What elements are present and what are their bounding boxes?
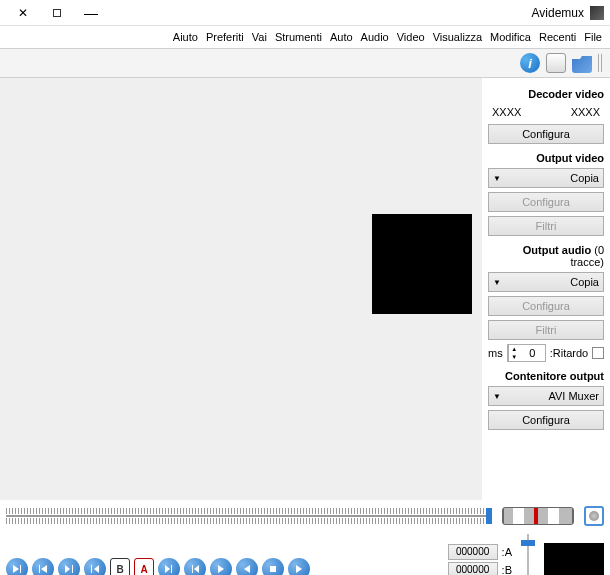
decoder-label: Decoder video bbox=[488, 88, 604, 100]
container-value: AVI Muxer bbox=[548, 390, 599, 402]
menu-recent[interactable]: Recenti bbox=[539, 31, 576, 43]
timeline[interactable] bbox=[6, 508, 492, 524]
title-bar: Avidemux — ✕ bbox=[0, 0, 610, 26]
minimize-button[interactable]: — bbox=[74, 2, 108, 24]
main-area: Decoder video XXXX XXXX Configura Output… bbox=[0, 78, 610, 500]
audio-filters-button[interactable]: Filtri bbox=[488, 320, 604, 340]
app-icon bbox=[590, 6, 604, 20]
menu-bar: File Recenti Modifica Visualizza Video A… bbox=[0, 26, 610, 48]
next-frame-button[interactable] bbox=[210, 558, 232, 575]
audio-delay-row: Ritardo: 0 ▲▼ ms bbox=[488, 344, 604, 362]
goto-marker-b-button[interactable] bbox=[58, 558, 80, 575]
goto-marker-a-button[interactable] bbox=[84, 558, 106, 575]
decoder-right: XXXX bbox=[492, 106, 521, 118]
chevron-down-icon: ▼ bbox=[493, 392, 501, 401]
container-combo[interactable]: AVI Muxer ▼ bbox=[488, 386, 604, 406]
audio-codec-combo[interactable]: Copia ▼ bbox=[488, 272, 604, 292]
delay-unit: ms bbox=[488, 347, 503, 359]
set-marker-a-button[interactable]: A bbox=[134, 558, 154, 575]
video-preview bbox=[372, 214, 472, 314]
video-codec-combo[interactable]: Copia ▼ bbox=[488, 168, 604, 188]
menu-audio[interactable]: Audio bbox=[361, 31, 389, 43]
menu-go[interactable]: Vai bbox=[252, 31, 267, 43]
spin-up-icon[interactable]: ▲ bbox=[508, 345, 520, 353]
toolbar: i bbox=[0, 48, 610, 78]
chevron-down-icon: ▼ bbox=[493, 174, 501, 183]
marker-group: A: 000000 B: 000000 Play filtered bbox=[439, 544, 512, 575]
controls-row: A: 000000 B: 000000 Play filtered A B bbox=[6, 534, 604, 575]
slider-handle[interactable] bbox=[521, 540, 535, 546]
jog-knob[interactable] bbox=[584, 506, 604, 526]
toolbar-grip bbox=[598, 54, 604, 72]
delay-value: 0 bbox=[520, 345, 545, 361]
menu-help[interactable]: Aiuto bbox=[173, 31, 198, 43]
video-codec-value: Copia bbox=[570, 172, 599, 184]
audio-configure-button[interactable]: Configura bbox=[488, 296, 604, 316]
delay-checkbox[interactable] bbox=[592, 347, 604, 359]
menu-favorites[interactable]: Preferiti bbox=[206, 31, 244, 43]
info-icon[interactable]: i bbox=[520, 53, 540, 73]
video-canvas bbox=[0, 78, 482, 500]
thumbnail-preview bbox=[544, 543, 604, 575]
knob-dot-icon bbox=[589, 511, 599, 521]
delay-label: Ritardo: bbox=[550, 347, 589, 359]
timeline-ticks bbox=[6, 518, 492, 524]
close-button[interactable]: ✕ bbox=[6, 2, 40, 24]
timeline-handle[interactable] bbox=[486, 508, 492, 524]
menu-auto[interactable]: Auto bbox=[330, 31, 353, 43]
prev-frame-button[interactable] bbox=[236, 558, 258, 575]
next-keyframe-button[interactable] bbox=[158, 558, 180, 575]
timeline-track bbox=[6, 515, 492, 517]
menu-file[interactable]: File bbox=[584, 31, 602, 43]
set-marker-b-button[interactable]: B bbox=[110, 558, 130, 575]
marker-a-value[interactable]: 000000 bbox=[448, 544, 498, 560]
bottom-panel: A: 000000 B: 000000 Play filtered A B bbox=[0, 500, 610, 575]
audio-codec-value: Copia bbox=[570, 276, 599, 288]
scrub-wheel[interactable] bbox=[502, 507, 574, 525]
svg-rect-0 bbox=[270, 566, 276, 572]
menu-edit[interactable]: Modifica bbox=[490, 31, 531, 43]
video-configure-button[interactable]: Configura bbox=[488, 192, 604, 212]
marker-a-label: A: bbox=[502, 546, 512, 558]
video-output-label: Output video bbox=[488, 152, 604, 164]
timeline-row bbox=[6, 506, 604, 526]
goto-start-button[interactable] bbox=[32, 558, 54, 575]
audio-output-label: Output audio (0 tracce) bbox=[488, 244, 604, 268]
play-button[interactable] bbox=[288, 558, 310, 575]
marker-b-value[interactable]: 000000 bbox=[448, 562, 498, 575]
sidebar: Decoder video XXXX XXXX Configura Output… bbox=[482, 78, 610, 500]
delay-spinner[interactable]: 0 ▲▼ bbox=[507, 344, 546, 362]
goto-end-button[interactable] bbox=[6, 558, 28, 575]
menu-tools[interactable]: Strumenti bbox=[275, 31, 322, 43]
spin-down-icon[interactable]: ▼ bbox=[508, 353, 520, 361]
blank-doc-icon[interactable] bbox=[546, 53, 566, 73]
video-filters-button[interactable]: Filtri bbox=[488, 216, 604, 236]
chevron-down-icon: ▼ bbox=[493, 278, 501, 287]
volume-slider[interactable] bbox=[518, 534, 538, 575]
marker-b-label: B: bbox=[502, 564, 512, 575]
window-title: Avidemux bbox=[532, 6, 584, 20]
menu-view[interactable]: Visualizza bbox=[433, 31, 482, 43]
stop-button[interactable] bbox=[262, 558, 284, 575]
decoder-values: XXXX XXXX bbox=[488, 104, 604, 120]
prev-keyframe-button[interactable] bbox=[184, 558, 206, 575]
open-file-icon[interactable] bbox=[572, 53, 592, 73]
maximize-button[interactable] bbox=[40, 2, 74, 24]
decoder-left: XXXX bbox=[571, 106, 600, 118]
container-label: Contenitore output bbox=[488, 370, 604, 382]
timeline-ticks bbox=[6, 508, 492, 514]
transport-controls: A B bbox=[6, 558, 433, 575]
menu-video[interactable]: Video bbox=[397, 31, 425, 43]
decoder-configure-button[interactable]: Configura bbox=[488, 124, 604, 144]
container-configure-button[interactable]: Configura bbox=[488, 410, 604, 430]
